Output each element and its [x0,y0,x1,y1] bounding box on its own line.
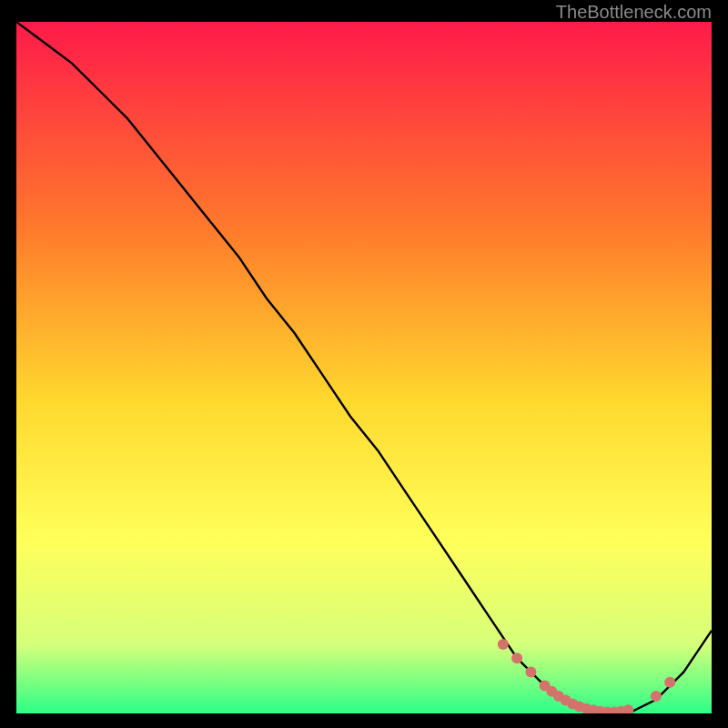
chart-frame: TheBottleneck.com [0,0,728,728]
marker-dot [664,677,675,688]
plot-area [16,22,712,713]
marker-dot [651,691,662,702]
gradient-background [16,22,712,713]
attribution-label: TheBottleneck.com [556,2,712,23]
marker-dot [498,639,509,650]
chart-svg [16,22,712,713]
marker-dot [525,666,536,677]
marker-dot [511,652,522,663]
